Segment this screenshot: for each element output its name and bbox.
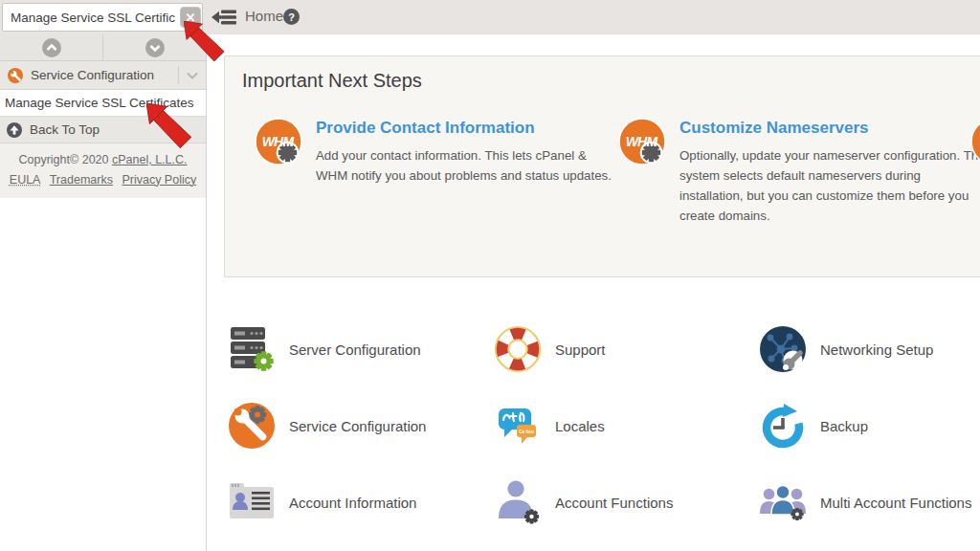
cpanel-company-link[interactable]: cPanel, L.L.C.: [112, 153, 188, 166]
sidebar-pager: [0, 34, 206, 61]
home-link[interactable]: Home: [245, 8, 283, 24]
sidebar: Service Configuration Manage Service SSL…: [0, 34, 207, 551]
next-step-title-link[interactable]: Provide Contact Information: [316, 119, 620, 138]
collapse-sidebar-button[interactable]: [212, 8, 238, 27]
category-partial-1[interactable]: [228, 540, 494, 551]
category-partial-2[interactable]: [494, 540, 759, 551]
lifebuoy-icon: [494, 325, 542, 373]
category-support[interactable]: Support: [494, 311, 759, 387]
category-label: Server Configuration: [289, 342, 421, 358]
svg-text:WHM: WHM: [262, 134, 295, 149]
search-box: ✕: [2, 3, 203, 32]
category-backup[interactable]: Backup: [759, 387, 980, 464]
svg-text:WHM: WHM: [626, 134, 658, 149]
main-content: Important Next Steps WHM Provide Contact…: [208, 34, 980, 551]
copyright-text: Copyright© 2020: [19, 153, 112, 166]
next-step-customize-nameservers: WHM Customize Nameservers Optionally, up…: [617, 118, 980, 226]
whm-logo-icon: WHM: [254, 118, 303, 167]
server-gear-icon: [228, 325, 276, 373]
back-to-top-label: Back To Top: [30, 122, 100, 137]
wrench-circle-icon: [8, 68, 23, 83]
restore-clock-icon: [759, 402, 807, 450]
category-label: Account Functions: [555, 495, 673, 511]
user-gear-icon: [494, 478, 542, 526]
next-step-provide-contact-information: WHM Provide Contact Information Add your…: [254, 118, 620, 186]
panel-title: Important Next Steps: [242, 70, 422, 92]
top-bar: ✕ Home ?: [0, 0, 980, 34]
sidebar-footer: Copyright© 2020 cPanel, L.L.C. EULA Trad…: [0, 143, 206, 198]
whm-home-screen: ✕ Home ?: [0, 0, 980, 551]
category-label: Multi Account Functions: [820, 495, 971, 511]
sidebar-item-manage-service-ssl-certificates[interactable]: Manage Service SSL Certificates: [0, 90, 206, 117]
category-label: Networking Setup: [820, 342, 933, 358]
category-label: Account Information: [289, 495, 416, 511]
privacy-policy-link[interactable]: Privacy Policy: [122, 173, 196, 187]
trademarks-link[interactable]: Trademarks: [50, 173, 113, 187]
category-networking-setup[interactable]: Networking Setup: [759, 311, 980, 387]
network-wrench-icon: [759, 325, 807, 373]
clear-search-button[interactable]: ✕: [180, 7, 201, 28]
eula-link[interactable]: EULA: [10, 173, 41, 187]
scroll-down-button[interactable]: [103, 34, 206, 60]
users-gear-icon: [759, 478, 807, 526]
next-step-title-link[interactable]: Customize Nameservers: [679, 119, 980, 138]
category-locales[interactable]: Ce lieu Locales: [494, 387, 759, 464]
important-next-steps-panel: Important Next Steps WHM Provide Contact…: [224, 55, 980, 277]
search-input[interactable]: [2, 3, 203, 32]
svg-text:Ce lieu: Ce lieu: [519, 430, 534, 434]
arrow-up-circle-icon: [7, 122, 22, 138]
id-card-icon: [228, 478, 276, 526]
chevron-up-icon: [42, 38, 61, 57]
wrench-gear-icon: [228, 402, 276, 450]
next-step-description: Optionally, update your nameserver confi…: [679, 145, 980, 226]
category-partial-3[interactable]: IP: [759, 540, 980, 551]
next-step-partial: [969, 118, 980, 167]
category-label: Service Configuration: [289, 418, 426, 434]
chevron-down-circle-icon: [145, 38, 165, 57]
scroll-up-button[interactable]: [0, 34, 103, 60]
chevron-down-icon: [187, 72, 198, 79]
category-account-functions[interactable]: Account Functions: [494, 464, 759, 540]
hamburger-left-arrow-icon: [212, 8, 238, 27]
sidebar-item-label: Manage Service SSL Certificates: [5, 96, 194, 110]
category-server-configuration[interactable]: Server Configuration: [228, 311, 494, 387]
back-to-top-button[interactable]: Back To Top: [0, 117, 206, 143]
help-icon[interactable]: ?: [283, 9, 300, 25]
sidebar-section-service-configuration[interactable]: Service Configuration: [0, 61, 206, 90]
category-label: Backup: [820, 418, 868, 434]
next-step-description: Add your contact information. This lets …: [316, 145, 620, 186]
category-label: Locales: [555, 418, 605, 434]
whm-logo-icon: WHM: [617, 118, 667, 167]
category-account-information[interactable]: Account Information: [228, 464, 494, 540]
sidebar-section-label: Service Configuration: [31, 68, 154, 82]
category-multi-account-functions[interactable]: Multi Account Functions: [759, 464, 980, 540]
category-service-configuration[interactable]: Service Configuration: [228, 387, 494, 464]
whm-logo-icon: [969, 118, 980, 167]
divider: [178, 66, 179, 84]
category-label: Support: [555, 342, 606, 358]
category-grid: Server Configuration Support: [228, 311, 980, 551]
speech-bubbles-icon: Ce lieu: [494, 402, 542, 450]
